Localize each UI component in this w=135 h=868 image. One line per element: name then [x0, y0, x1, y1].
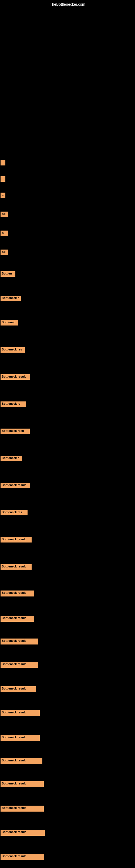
bottleneck-result-label: Bottleneck result [1, 537, 32, 542]
bottleneck-result-label: Bottleneck result [1, 590, 34, 596]
bottleneck-result-label: Bottleneck result [1, 639, 38, 645]
bottleneck-result-label: Bottleneck res [1, 510, 28, 516]
bottleneck-result-label: Bottleneck r [1, 296, 21, 301]
bottleneck-result-label: Bottleneck result [1, 710, 40, 716]
bottleneck-result-label: Bottlen [1, 271, 15, 277]
bottleneck-result-label: Bo [1, 250, 8, 255]
bottleneck-result-label: Bottleneck result [1, 758, 42, 764]
bottleneck-result-label: Bottleneck result [1, 374, 30, 380]
bottleneck-result-label: Bottleneck r [1, 456, 22, 461]
bottleneck-result-label: Bottleneck result [1, 616, 34, 622]
bottleneck-result-label: Bottleneck result [1, 564, 32, 569]
bottleneck-result-label [1, 160, 5, 165]
bottleneck-result-label [1, 176, 5, 182]
bottleneck-result-label: Bottleneck res [1, 347, 25, 352]
bottleneck-result-label: Bottleneck re [1, 401, 26, 407]
bottleneck-result-label: B [1, 230, 8, 236]
site-title: TheBottlenecker.com [50, 2, 85, 6]
bottleneck-result-label: Bottleneck result [1, 806, 44, 812]
bottleneck-result-label: Bottleneck result [1, 781, 44, 787]
bottleneck-result-label: Bottleneck result [1, 830, 45, 836]
bottleneck-result-label: Bottleneck result [1, 686, 36, 692]
bottleneck-result-label: Bottleneck result [1, 662, 38, 668]
bottleneck-result-label: Bottleneck result [1, 483, 30, 488]
bottleneck-result-label: Bottleneck result [1, 854, 44, 860]
bottleneck-result-label: Bottlenec [1, 320, 18, 326]
bottleneck-result-label: Bo [1, 212, 8, 217]
bottleneck-result-label: E [1, 193, 5, 198]
bottleneck-result-label: Bottleneck result [1, 735, 40, 741]
bottleneck-result-label: Bottleneck resu [1, 429, 30, 434]
